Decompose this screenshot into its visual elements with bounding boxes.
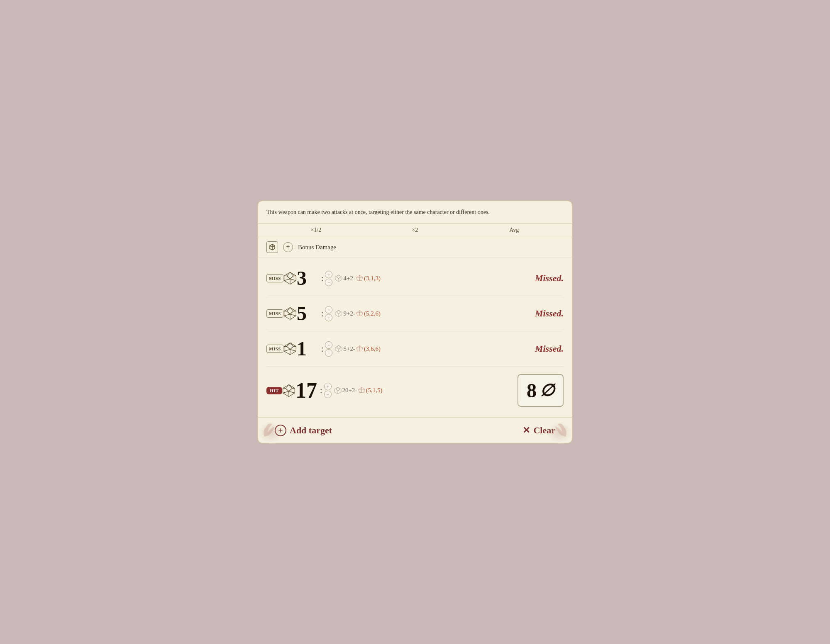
mod-stack-3: + − (325, 341, 332, 357)
clear-x-icon: ✕ (522, 425, 530, 436)
svg-marker-52 (286, 384, 292, 391)
add-target-label: Add target (290, 425, 332, 436)
roll-row-3: MISS 1 : + − (266, 331, 564, 367)
svg-line-56 (289, 388, 292, 391)
result-missed-3: Missed. (535, 343, 564, 354)
footer: + Add target ✕ Clear (258, 418, 572, 443)
roll-value-4: 17 (295, 380, 318, 401)
svg-line-39 (290, 346, 293, 349)
null-icon: ∅ (540, 381, 554, 400)
roll-row-4: HIT 17 : + − (266, 367, 564, 414)
mod-plus-2[interactable]: + (325, 306, 332, 313)
clear-button[interactable]: ✕ Clear (522, 425, 555, 436)
svg-line-45 (337, 348, 339, 349)
miss-badge-2[interactable]: MISS (266, 309, 283, 318)
svg-line-22 (290, 311, 293, 314)
svg-line-57 (283, 391, 289, 393)
svg-marker-10 (337, 275, 341, 279)
svg-line-24 (290, 314, 296, 316)
roll-value-1: 3 (297, 268, 320, 288)
svg-line-4 (287, 276, 290, 279)
mod-plus-1[interactable]: + (325, 271, 332, 278)
col-x2: ×2 (366, 227, 465, 233)
svg-marker-61 (336, 387, 339, 391)
cube-icon[interactable] (266, 241, 278, 253)
svg-line-41 (290, 350, 296, 351)
mod-stack-4: + − (324, 383, 332, 398)
svg-marker-35 (287, 343, 293, 350)
roll-row-1: MISS 3 : + − (266, 261, 564, 296)
formula-1: 4+2- (3,1,3) (335, 275, 380, 282)
mod-minus-2[interactable]: − (325, 314, 332, 321)
svg-marker-18 (287, 308, 293, 314)
svg-line-6 (284, 279, 290, 281)
svg-line-11 (337, 277, 339, 279)
svg-marker-27 (337, 310, 341, 314)
bonus-damage-label: Bonus Damage (298, 244, 336, 251)
formula-4: 20+2- (5,1,5) (334, 387, 383, 394)
svg-line-46 (339, 348, 341, 349)
svg-marker-1 (287, 272, 293, 279)
mod-stack-1: + − (325, 271, 332, 286)
d20-icon-3 (283, 342, 297, 355)
svg-line-38 (287, 346, 290, 349)
svg-line-5 (290, 276, 293, 279)
svg-line-28 (337, 312, 339, 314)
col-avg: Avg (464, 227, 564, 233)
d20-icon-2 (283, 307, 297, 320)
damage-result-box: 8 ∅ (518, 374, 564, 407)
svg-line-7 (290, 279, 296, 281)
roll-value-2: 5 (297, 304, 320, 323)
mod-minus-3[interactable]: − (325, 349, 332, 357)
mod-stack-2: + − (325, 306, 332, 321)
main-panel: This weapon can make two attacks at once… (257, 200, 573, 444)
svg-line-29 (339, 312, 341, 314)
hit-badge-4[interactable]: HIT (266, 387, 282, 394)
result-missed-2: Missed. (535, 308, 564, 319)
d20-icon-4 (282, 384, 295, 397)
miss-badge-3[interactable]: MISS (266, 345, 283, 353)
svg-marker-44 (337, 345, 341, 349)
svg-line-62 (336, 389, 338, 391)
mod-plus-4[interactable]: + (324, 383, 332, 390)
deco-leaf-right (547, 418, 570, 441)
description-text: This weapon can make two attacks at once… (258, 201, 572, 224)
svg-line-21 (287, 311, 290, 314)
formula-3: 5+2- (3,6,6) (335, 345, 380, 352)
clear-label: Clear (533, 425, 555, 436)
svg-line-55 (286, 388, 289, 391)
d20-icon-1 (283, 272, 297, 285)
deco-leaf-left (260, 418, 283, 441)
miss-badge-1[interactable]: MISS (266, 274, 283, 282)
svg-line-23 (284, 314, 290, 316)
column-headers: ×1/2 ×2 Avg (258, 224, 572, 237)
svg-line-63 (338, 389, 340, 391)
damage-value: 8 (527, 379, 537, 402)
mod-minus-4[interactable]: − (324, 391, 332, 398)
add-target-button[interactable]: + Add target (275, 425, 332, 436)
svg-line-40 (284, 350, 290, 351)
svg-line-12 (339, 277, 341, 279)
svg-line-58 (289, 391, 295, 393)
add-bonus-icon[interactable]: + (283, 242, 293, 252)
bonus-damage-row: + Bonus Damage (258, 237, 572, 258)
mod-plus-3[interactable]: + (325, 341, 332, 349)
mod-minus-1[interactable]: − (325, 279, 332, 286)
formula-2: 9+2- (5,2,6) (335, 310, 380, 317)
rolls-area: MISS 3 : + − (258, 258, 572, 418)
result-missed-1: Missed. (535, 273, 564, 284)
col-x-half: ×1/2 (266, 227, 366, 233)
roll-row-2: MISS 5 : + − (266, 296, 564, 331)
roll-value-3: 1 (297, 339, 320, 359)
